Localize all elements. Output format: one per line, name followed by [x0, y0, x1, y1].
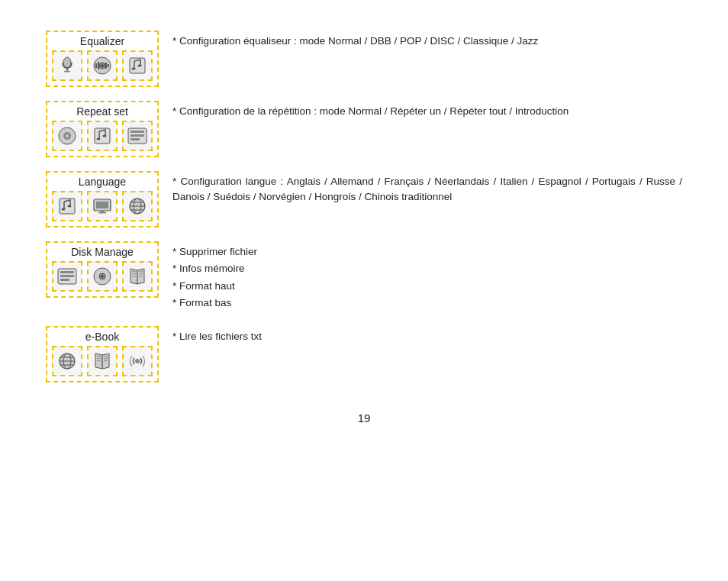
page-number: 19	[358, 412, 371, 424]
svg-point-17	[97, 138, 101, 140]
svg-rect-28	[100, 211, 105, 212]
repeat-set-section: Repeat set	[46, 101, 682, 157]
language-section: Language	[46, 171, 682, 228]
music-notes-icon	[122, 50, 153, 81]
svg-rect-37	[60, 275, 74, 277]
svg-rect-27	[96, 202, 108, 208]
disk-manage-icon-row	[52, 261, 153, 292]
svg-rect-7	[98, 62, 99, 69]
svg-rect-21	[130, 134, 144, 137]
equalizer-icon-row	[52, 50, 153, 81]
repeat-circle-icon	[52, 121, 82, 151]
repeat-set-icon-row	[52, 121, 153, 151]
svg-point-24	[62, 208, 66, 211]
svg-point-5	[101, 65, 104, 67]
ebook-section: e-Book	[46, 326, 682, 382]
svg-point-15	[66, 134, 69, 137]
language-description: * Configuration langue : Anglais / Allem…	[172, 171, 682, 207]
ebook-open-icon	[87, 346, 118, 376]
equalizer-icon-box: Equalizer	[46, 31, 159, 87]
svg-rect-9	[108, 64, 109, 67]
book-open-icon	[122, 261, 153, 292]
disk-manage-description: * Supprimer fichier * Infos mémoire * Fo…	[172, 241, 682, 312]
svg-rect-6	[95, 63, 97, 68]
sound-waves-icon	[122, 346, 153, 376]
svg-rect-38	[60, 279, 69, 281]
svg-rect-36	[60, 271, 74, 273]
svg-rect-8	[105, 63, 107, 69]
language-icon-row	[52, 191, 153, 221]
svg-point-25	[68, 205, 72, 208]
ebook-icon-row	[52, 346, 153, 376]
language-label: Language	[52, 176, 153, 188]
svg-point-0	[63, 57, 71, 68]
disk-manage-label: Disk Manage	[52, 246, 153, 258]
repeat-set-label: Repeat set	[52, 105, 153, 118]
svg-point-12	[138, 65, 142, 67]
language-icon-box: Language	[46, 171, 159, 228]
svg-point-61	[135, 359, 140, 363]
equalizer-disc-icon	[87, 50, 118, 81]
globe-icon	[122, 191, 153, 221]
ebook-icon-box: e-Book	[46, 326, 159, 382]
svg-rect-2	[64, 71, 70, 73]
repeat-all-icon	[122, 121, 153, 151]
ebook-description: * Lire les fichiers txt	[172, 326, 682, 346]
repeat-set-icon-box: Repeat set	[46, 101, 159, 157]
ebook-label: e-Book	[52, 331, 153, 343]
repeat-one-icon	[87, 121, 118, 151]
equalizer-section: Equalizer	[46, 31, 682, 87]
microphone-icon	[52, 50, 82, 81]
svg-rect-22	[130, 138, 140, 140]
equalizer-label: Equalizer	[52, 35, 153, 47]
lang-notes-icon	[52, 191, 82, 221]
folder-delete-icon	[52, 261, 82, 292]
svg-point-18	[103, 135, 107, 137]
equalizer-description: * Configuration équaliseur : mode Normal…	[172, 31, 682, 50]
svg-rect-29	[98, 212, 106, 214]
disk-manage-icon-box: Disk Manage	[46, 241, 159, 298]
globe-small-icon	[52, 346, 82, 376]
lang-screen-icon	[87, 191, 118, 221]
svg-rect-20	[130, 131, 144, 133]
repeat-set-description: * Configuration de la répétition : mode …	[172, 101, 682, 121]
disk-circle-icon	[87, 261, 118, 292]
disk-manage-section: Disk Manage	[46, 241, 682, 312]
svg-point-11	[132, 68, 136, 70]
svg-point-41	[101, 276, 104, 278]
